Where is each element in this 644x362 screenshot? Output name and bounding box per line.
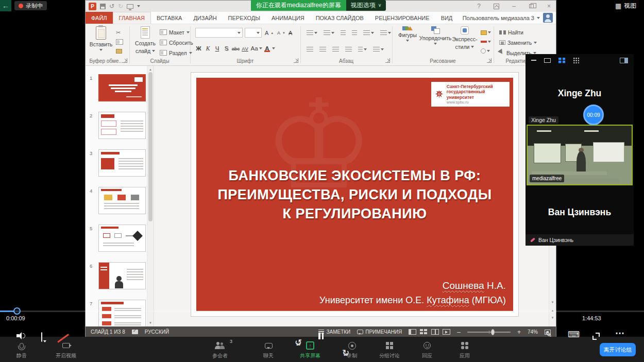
character-spacing-button[interactable]: АV: [241, 44, 249, 53]
zoom-in-button[interactable]: +: [517, 329, 521, 335]
tab-home[interactable]: ГЛАВНАЯ: [113, 12, 151, 24]
thumbnail-row[interactable]: 6: [86, 262, 154, 289]
breakout-rooms-button[interactable]: 分组讨论: [369, 337, 410, 359]
participants-button[interactable]: 3 参会者: [199, 337, 241, 359]
annotate-button[interactable]: ✎: [545, 330, 552, 339]
clipboard-dialog-launcher[interactable]: [123, 58, 127, 63]
new-slide-button[interactable]: Создать слайд: [133, 26, 158, 54]
quick-access-customize-icon[interactable]: [137, 5, 140, 7]
slide-1-thumbnail[interactable]: [98, 74, 146, 101]
smartart-convert-button[interactable]: [372, 45, 385, 54]
arrange-button[interactable]: Упорядочить: [421, 26, 450, 45]
thumbnail-row[interactable]: 3: [86, 149, 154, 177]
thumbnail-row[interactable]: 1: [86, 74, 154, 101]
language-indicator[interactable]: РУССКИЙ: [145, 329, 169, 335]
shapes-button[interactable]: Фигуры: [396, 26, 419, 42]
forward-30-button[interactable]: ↻ 30: [339, 348, 352, 358]
playback-scrubber-handle[interactable]: [13, 307, 21, 315]
paste-button[interactable]: Вставить: [89, 26, 113, 51]
numbering-button[interactable]: [323, 28, 335, 38]
reset-button[interactable]: Сбросить: [160, 38, 193, 47]
slide-7-thumbnail[interactable]: [98, 300, 146, 327]
restore-button[interactable]: [524, 1, 538, 12]
volume-button[interactable]: [16, 332, 26, 339]
tab-slideshow[interactable]: ПОКАЗ СЛАЙДОВ: [310, 12, 369, 24]
leave-breakout-button[interactable]: 离开讨论组: [600, 343, 636, 356]
text-direction-button[interactable]: [379, 28, 392, 38]
change-case-button[interactable]: Аа: [250, 44, 259, 53]
thumbnail-scrollbar[interactable]: ▲ ▼: [147, 66, 154, 326]
help-button[interactable]: ?: [472, 1, 486, 12]
reading-view-button[interactable]: [431, 329, 439, 335]
normal-view-button[interactable]: [409, 329, 416, 335]
change-case-dropdown-icon[interactable]: [259, 47, 262, 49]
copy-button[interactable]: [115, 37, 124, 46]
align-left-button[interactable]: [306, 45, 314, 54]
font-dialog-launcher[interactable]: [294, 58, 298, 63]
reactions-button[interactable]: 回应: [406, 337, 448, 359]
scroll-up-icon[interactable]: ▲: [147, 67, 154, 72]
columns-button[interactable]: [357, 45, 368, 54]
tab-insert[interactable]: ВСТАВКА: [151, 12, 188, 24]
save-icon[interactable]: [100, 4, 106, 9]
font-color-button[interactable]: А: [263, 44, 272, 53]
avatar[interactable]: [543, 13, 553, 23]
keyboard-button[interactable]: ⌨: [568, 330, 580, 339]
slide-sorter-view-button[interactable]: [420, 329, 428, 335]
tab-file[interactable]: ФАЙЛ: [86, 12, 113, 24]
thumbnail-scrollbar-thumb[interactable]: [148, 72, 152, 221]
increase-indent-button[interactable]: [351, 28, 358, 38]
slide-editor-area[interactable]: ♔ Санкт-Петербургский государственный ун…: [155, 66, 549, 326]
shape-effects-button[interactable]: [480, 46, 491, 56]
exit-fullscreen-button[interactable]: [592, 333, 600, 342]
tab-view[interactable]: ВИД: [435, 12, 459, 24]
text-shadow-button[interactable]: S: [222, 44, 231, 53]
zoom-slider[interactable]: [467, 332, 511, 333]
shape-fill-button[interactable]: [480, 28, 492, 37]
tab-review[interactable]: РЕЦЕНЗИРОВАНИЕ: [369, 12, 435, 24]
grow-font-button[interactable]: А▲: [265, 28, 274, 37]
pause-button[interactable]: [318, 333, 324, 339]
paragraph-dialog-launcher[interactable]: [385, 58, 390, 63]
drawing-dialog-launcher[interactable]: [487, 58, 492, 63]
zoom-out-button[interactable]: –: [457, 329, 461, 335]
align-center-button[interactable]: [318, 45, 327, 54]
section-button[interactable]: Раздел: [160, 48, 192, 57]
clear-formatting-button[interactable]: А: [289, 28, 292, 37]
tab-transitions[interactable]: ПЕРЕХОДЫ: [223, 12, 266, 24]
zoom-slider-handle[interactable]: [491, 329, 495, 335]
close-button[interactable]: ×: [542, 1, 556, 12]
replace-button[interactable]: Заменить: [499, 38, 537, 47]
shape-outline-button[interactable]: [480, 37, 492, 46]
chat-button[interactable]: 聊天: [248, 337, 289, 359]
start-video-button[interactable]: 开启视频: [45, 337, 87, 359]
video-thumbnail[interactable]: mediazalfree: [527, 125, 633, 185]
view-button[interactable]: ▦ 视图: [615, 2, 636, 10]
playback-progress-bar[interactable]: [0, 311, 644, 312]
slideshow-view-button[interactable]: [443, 329, 450, 335]
font-color-dropdown-icon[interactable]: [272, 47, 275, 49]
align-right-button[interactable]: [331, 45, 340, 54]
underline-button[interactable]: Ч: [213, 44, 222, 53]
decrease-indent-button[interactable]: [340, 28, 347, 38]
slide-canvas[interactable]: ♔ Санкт-Петербургский государственный ун…: [191, 73, 518, 316]
speaker-view-icon[interactable]: [544, 58, 551, 63]
format-painter-button[interactable]: [115, 46, 123, 56]
strikethrough-button[interactable]: abc: [231, 44, 240, 53]
scroll-down-icon[interactable]: ▼: [147, 320, 154, 325]
slide-5-thumbnail[interactable]: [98, 225, 146, 252]
shrink-font-button[interactable]: А▼: [277, 28, 285, 37]
line-spacing-button[interactable]: [362, 28, 375, 38]
start-slideshow-icon[interactable]: [127, 4, 133, 9]
thumbnail-row[interactable]: 4: [86, 187, 154, 214]
panel-layout-icon[interactable]: [620, 58, 628, 63]
spellcheck-icon[interactable]: [132, 330, 138, 334]
rewind-10-button[interactable]: ↺ 10: [292, 338, 305, 348]
thumbnail-row[interactable]: 2: [86, 112, 154, 139]
comments-button[interactable]: ПРИМЕЧАНИЯ: [357, 329, 402, 335]
editor-scroll-down-icon[interactable]: ▼: [549, 300, 556, 305]
mute-button[interactable]: 静音: [1, 337, 42, 359]
view-options-button[interactable]: 视图选项∨: [346, 0, 386, 11]
zoom-level[interactable]: 74%: [528, 329, 538, 335]
gallery-view-icon[interactable]: [558, 58, 565, 63]
